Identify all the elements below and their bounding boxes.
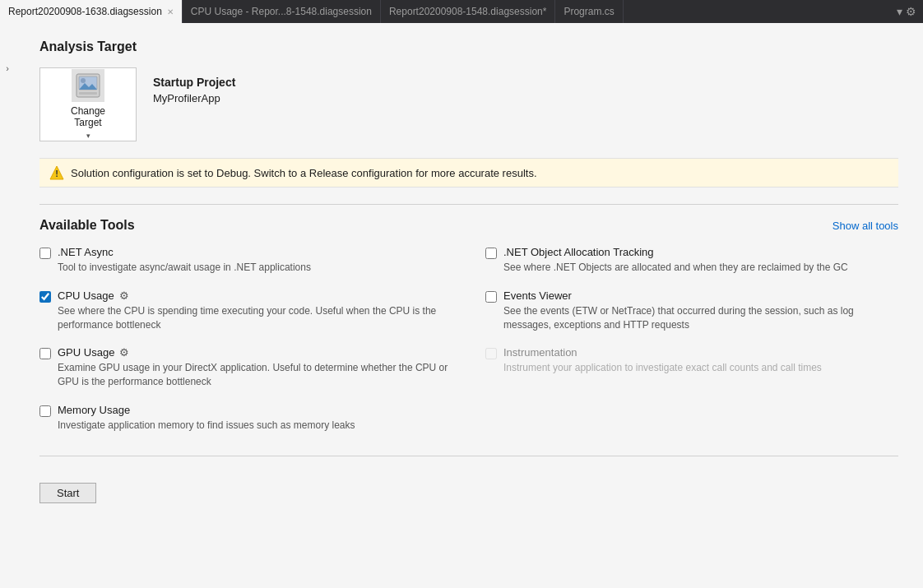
tab-close-icon[interactable]: ✕: [167, 7, 174, 16]
bottom-section: Start: [39, 456, 898, 503]
target-area: ChangeTarget ▾ Startup Project MyProfile…: [39, 67, 898, 141]
sidebar-toggle[interactable]: ›: [0, 56, 15, 81]
tool-desc-dotnet-async: Tool to investigate async/await usage in…: [58, 261, 452, 275]
tool-desc-events-viewer: See the events (ETW or NetTrace) that oc…: [503, 304, 898, 332]
tool-item-instrumentation: Instrumentation Instrument your applicat…: [485, 346, 898, 389]
tool-details-events-viewer: Events Viewer See the events (ETW or Net…: [503, 289, 898, 332]
tool-details-memory-usage: Memory Usage Investigate application mem…: [58, 404, 452, 433]
tool-item-dotnet-async: .NET Async Tool to investigate async/awa…: [39, 246, 452, 275]
svg-rect-4: [79, 92, 97, 95]
tools-header: Available Tools Show all tools: [39, 218, 898, 233]
tool-details-gpu-usage: GPU Usage ⚙ Examine GPU usage in your Di…: [58, 346, 452, 389]
change-target-button[interactable]: ChangeTarget ▾: [39, 67, 137, 141]
tab-label: Report20200908-1638.diagsession: [8, 6, 162, 17]
tab-bar: Report20200908-1638.diagsession ✕ CPU Us…: [0, 0, 923, 23]
tool-name-row-dotnet-async: .NET Async: [58, 246, 452, 258]
tool-checkbox-memory-usage[interactable]: [39, 405, 51, 417]
tool-details-instrumentation: Instrumentation Instrument your applicat…: [503, 346, 898, 375]
svg-point-2: [81, 78, 86, 83]
tab-settings-icon[interactable]: ⚙: [906, 5, 916, 18]
tool-details-cpu-usage: CPU Usage ⚙ See where the CPU is spendin…: [58, 289, 452, 332]
tool-name-dotnet-object: .NET Object Allocation Tracking: [503, 246, 654, 258]
tool-checkbox-dotnet-async[interactable]: [39, 248, 51, 259]
svg-text:!: !: [55, 169, 58, 178]
tool-item-memory-usage: Memory Usage Investigate application mem…: [39, 404, 452, 433]
show-all-tools-link[interactable]: Show all tools: [833, 220, 898, 232]
change-target-label: ChangeTarget: [71, 105, 105, 128]
tool-desc-cpu-usage: See where the CPU is spending time execu…: [58, 304, 452, 332]
tool-name-row-memory-usage: Memory Usage: [58, 404, 452, 416]
tab-label: CPU Usage - Repor...8-1548.diagsession: [191, 6, 372, 17]
analysis-target-title: Analysis Target: [39, 39, 898, 54]
change-target-dropdown-arrow: ▾: [86, 132, 90, 140]
sidebar-toggle-icon: ›: [6, 63, 9, 73]
gpu-usage-gear-icon[interactable]: ⚙: [119, 346, 129, 359]
tool-name-cpu-usage: CPU Usage: [58, 289, 114, 302]
tool-checkbox-gpu-usage[interactable]: [39, 348, 51, 359]
change-target-icon: [72, 69, 104, 102]
tool-name-row-events-viewer: Events Viewer: [503, 289, 898, 302]
target-type: Startup Project: [153, 76, 235, 89]
cpu-usage-gear-icon[interactable]: ⚙: [119, 289, 129, 302]
tool-name-instrumentation: Instrumentation: [503, 346, 577, 359]
tool-name-events-viewer: Events Viewer: [503, 289, 572, 302]
tab-cpu-usage[interactable]: CPU Usage - Repor...8-1548.diagsession: [183, 0, 381, 23]
tab-report1548[interactable]: Report20200908-1548.diagsession*: [381, 0, 555, 23]
tool-name-row-instrumentation: Instrumentation: [503, 346, 898, 359]
warning-banner: ! Solution configuration is set to Debug…: [39, 158, 898, 188]
tool-desc-memory-usage: Investigate application memory to find i…: [58, 419, 452, 433]
tool-item-dotnet-object: .NET Object Allocation Tracking See wher…: [485, 246, 898, 275]
tool-name-row-gpu-usage: GPU Usage ⚙: [58, 346, 452, 359]
tool-checkbox-dotnet-object[interactable]: [485, 248, 497, 259]
tool-details-dotnet-object: .NET Object Allocation Tracking See wher…: [503, 246, 898, 275]
tool-item-events-viewer: Events Viewer See the events (ETW or Net…: [485, 289, 898, 332]
available-tools-title: Available Tools: [39, 218, 135, 233]
tool-checkbox-instrumentation: [485, 348, 497, 359]
tab-report1638[interactable]: Report20200908-1638.diagsession ✕: [0, 0, 183, 23]
tool-name-row-cpu-usage: CPU Usage ⚙: [58, 289, 452, 302]
tool-checkbox-cpu-usage[interactable]: [39, 291, 51, 303]
tool-checkbox-events-viewer[interactable]: [485, 291, 497, 303]
tab-controls: ▾ ⚙: [890, 0, 923, 23]
tool-desc-gpu-usage: Examine GPU usage in your DirectX applic…: [58, 361, 452, 389]
target-name: MyProfilerApp: [153, 92, 235, 104]
tab-program-cs[interactable]: Program.cs: [555, 0, 623, 23]
tool-name-gpu-usage: GPU Usage: [58, 346, 114, 359]
target-info: Startup Project MyProfilerApp: [153, 67, 235, 104]
tool-desc-instrumentation: Instrument your application to investiga…: [503, 361, 898, 375]
tab-label: Program.cs: [564, 6, 614, 17]
tool-item-cpu-usage: CPU Usage ⚙ See where the CPU is spendin…: [39, 289, 452, 332]
tool-details-dotnet-async: .NET Async Tool to investigate async/awa…: [58, 246, 452, 275]
tab-dropdown-icon[interactable]: ▾: [897, 5, 902, 18]
tool-desc-dotnet-object: See where .NET Objects are allocated and…: [503, 261, 898, 275]
tool-name-memory-usage: Memory Usage: [58, 404, 130, 416]
tools-grid-empty-cell: [485, 404, 898, 447]
section-divider: [39, 204, 898, 205]
bottom-divider: [39, 456, 898, 456]
tool-name-row-dotnet-object: .NET Object Allocation Tracking: [503, 246, 898, 258]
warning-text: Solution configuration is set to Debug. …: [71, 167, 537, 179]
start-button[interactable]: Start: [39, 483, 96, 503]
tools-grid: .NET Async Tool to investigate async/awa…: [39, 246, 898, 447]
warning-icon: !: [49, 165, 64, 180]
tool-item-gpu-usage: GPU Usage ⚙ Examine GPU usage in your Di…: [39, 346, 452, 389]
tab-label: Report20200908-1548.diagsession*: [389, 6, 546, 17]
tool-name-dotnet-async: .NET Async: [58, 246, 114, 258]
